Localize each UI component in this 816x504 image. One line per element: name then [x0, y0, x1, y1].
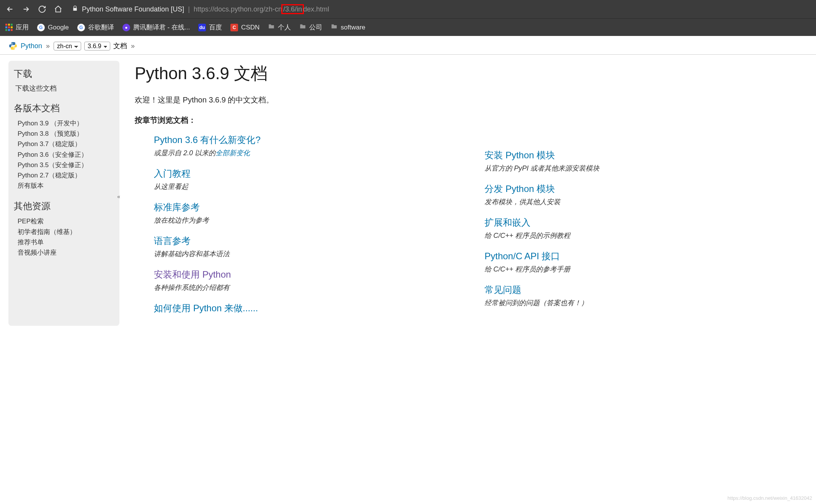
doc-link-using[interactable]: 安装和使用 Python [154, 268, 454, 281]
doc-link-tutorial[interactable]: 入门教程 [154, 167, 454, 180]
doc-link-faq[interactable]: 常见问题 [485, 284, 804, 296]
url: https://docs.python.org/zh-cn/3.6/index.… [194, 5, 329, 13]
other-heading: 其他资源 [14, 200, 119, 212]
doc-desc: 放在枕边作为参考 [154, 216, 454, 225]
versions-heading: 各版本文档 [14, 102, 119, 114]
doc-link-capi[interactable]: Python/C API 接口 [485, 250, 804, 262]
address-bar[interactable]: Python Software Foundation [US] | https:… [70, 5, 811, 13]
doc-desc: 经常被问到的问题（答案也有！） [485, 298, 804, 307]
folder-icon [268, 23, 275, 32]
collapse-sidebar-button[interactable]: « [117, 193, 120, 200]
doc-link-reference[interactable]: 语言参考 [154, 235, 454, 247]
docs-label: 文档 [113, 41, 127, 50]
bookmark-csdn[interactable]: C CSDN [230, 24, 259, 31]
version-link[interactable]: Python 3.5（安全修正） [18, 160, 119, 170]
doc-desc: 给 C/C++ 程序员的示例教程 [485, 231, 804, 240]
all-changes-link[interactable]: 全部新变化 [215, 149, 250, 157]
bookmark-google[interactable]: G Google [37, 24, 69, 31]
version-select[interactable]: 3.6.9 [84, 42, 110, 50]
version-link[interactable]: Python 3.9 （开发中） [18, 118, 119, 128]
url-highlight: /3.6/in [281, 4, 304, 14]
download-heading: 下载 [14, 68, 119, 80]
doc-top-nav: Python » zh-cn 3.6.9 文档 » [0, 36, 816, 55]
other-list: PEP检索 初学者指南（维基） 推荐书单 音视频小讲座 [18, 216, 119, 258]
language-select[interactable]: zh-cn [54, 42, 81, 50]
bookmark-gtranslate[interactable]: G 谷歌翻译 [77, 23, 114, 32]
doc-link-library[interactable]: 标准库参考 [154, 201, 454, 213]
bookmarks-bar: 应用 G Google G 谷歌翻译 ● 腾讯翻译君 - 在线... du 百度… [0, 18, 816, 36]
bookmark-personal[interactable]: 个人 [268, 23, 291, 32]
version-link[interactable]: Python 3.6（安全修正） [18, 150, 119, 160]
folder-icon [331, 23, 338, 32]
tencent-icon: ● [122, 24, 130, 31]
doc-link-distributing[interactable]: 分发 Python 模块 [485, 183, 804, 195]
doc-link-howto[interactable]: 如何使用 Python 来做...... [154, 302, 454, 314]
doc-desc: 讲解基础内容和基本语法 [154, 249, 454, 259]
reload-button[interactable] [38, 5, 47, 14]
other-link[interactable]: PEP检索 [18, 216, 119, 226]
forward-button[interactable] [21, 5, 31, 14]
doc-link-whatsnew[interactable]: Python 3.6 有什么新变化? [154, 134, 454, 146]
doc-desc: 给 C/C++ 程序员的参考手册 [485, 265, 804, 274]
page-title: Python 3.6.9 文档 [135, 62, 804, 85]
main-content: Python 3.6.9 文档 欢迎！这里是 Python 3.6.9 的中文文… [131, 61, 808, 326]
bookmark-apps[interactable]: 应用 [5, 23, 29, 32]
bookmark-software[interactable]: software [331, 23, 365, 32]
version-link[interactable]: 所有版本 [18, 180, 119, 191]
google-icon: G [77, 24, 85, 31]
doc-link-installing[interactable]: 安装 Python 模块 [485, 149, 804, 161]
version-link[interactable]: Python 3.7（稳定版） [18, 139, 119, 149]
other-link[interactable]: 音视频小讲座 [18, 247, 119, 258]
doc-desc: 发布模块，供其他人安装 [485, 197, 804, 206]
download-link[interactable]: 下载这些文档 [15, 84, 119, 93]
welcome-text: 欢迎！这里是 Python 3.6.9 的中文文档。 [135, 95, 804, 105]
csdn-icon: C [230, 24, 238, 31]
browse-heading: 按章节浏览文档： [135, 115, 804, 125]
site-org: Python Software Foundation [US] [82, 5, 184, 13]
browser-nav-bar: Python Software Foundation [US] | https:… [0, 0, 816, 18]
home-button[interactable] [54, 5, 63, 14]
folder-icon [299, 23, 306, 32]
baidu-icon: du [198, 24, 206, 31]
apps-icon [5, 24, 13, 31]
sidebar: 下载 下载这些文档 各版本文档 Python 3.9 （开发中） Python … [8, 61, 119, 326]
google-icon: G [37, 24, 45, 31]
bookmark-tencent[interactable]: ● 腾讯翻译君 - 在线... [122, 23, 190, 32]
python-link[interactable]: Python [21, 42, 42, 50]
other-link[interactable]: 推荐书单 [18, 237, 119, 247]
versions-list: Python 3.9 （开发中） Python 3.8 （预览版） Python… [18, 118, 119, 191]
bookmark-company[interactable]: 公司 [299, 23, 322, 32]
version-link[interactable]: Python 3.8 （预览版） [18, 128, 119, 139]
doc-link-extending[interactable]: 扩展和嵌入 [485, 216, 804, 229]
lock-icon [72, 5, 78, 13]
doc-desc: 从官方的 PyPI 或者其他来源安装模块 [485, 164, 804, 173]
doc-desc: 或显示自 2.0 以来的全部新变化 [154, 148, 454, 158]
other-link[interactable]: 初学者指南（维基） [18, 227, 119, 237]
back-button[interactable] [5, 5, 15, 14]
doc-desc: 各种操作系统的介绍都有 [154, 283, 454, 292]
python-logo [8, 41, 18, 50]
version-link[interactable]: Python 2.7（稳定版） [18, 170, 119, 180]
bookmark-baidu[interactable]: du 百度 [198, 23, 222, 32]
doc-desc: 从这里看起 [154, 182, 454, 191]
